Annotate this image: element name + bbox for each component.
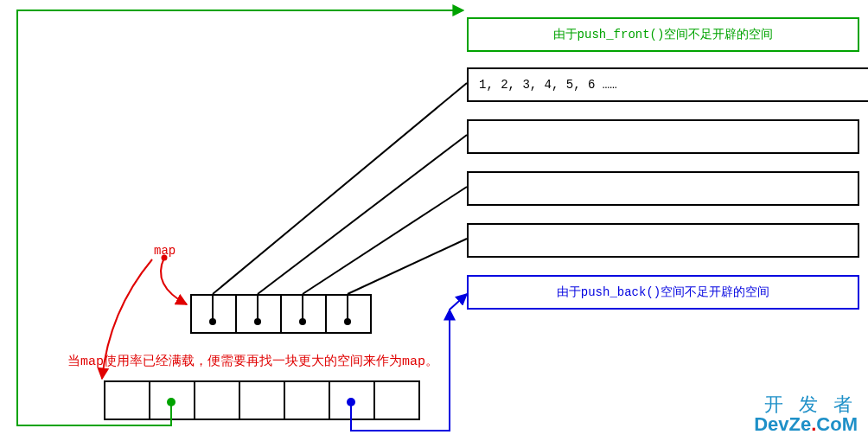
svg-line-16 — [450, 294, 467, 310]
svg-line-14 — [450, 10, 467, 19]
svg-line-5 — [213, 83, 467, 294]
svg-line-7 — [258, 135, 467, 294]
diagram-stage: 由于push_front()空间不足开辟的空间 1, 2, 3, 4, 5, 6… — [0, 0, 868, 441]
connector-layer — [0, 0, 868, 441]
svg-line-11 — [348, 239, 467, 294]
